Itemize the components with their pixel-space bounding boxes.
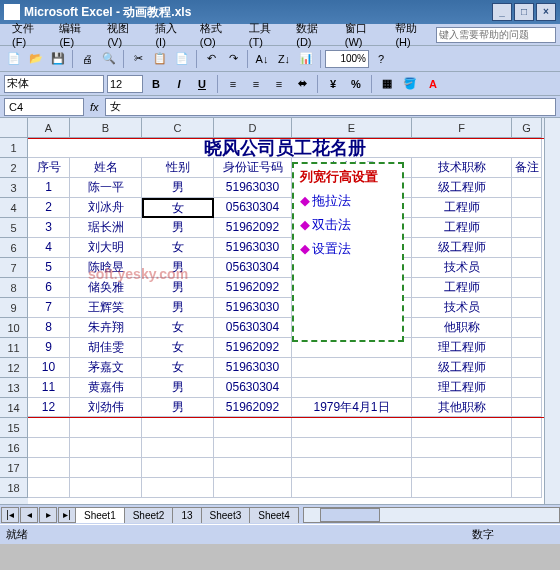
cell[interactable]: 技术员: [412, 258, 512, 278]
cell[interactable]: 05630304: [214, 258, 292, 278]
cell[interactable]: [512, 478, 542, 498]
cell[interactable]: [292, 438, 412, 458]
cell[interactable]: 他职称: [412, 318, 512, 338]
cell[interactable]: 王辉笑: [70, 298, 142, 318]
cell[interactable]: 姓名: [70, 158, 142, 178]
cell[interactable]: 5: [28, 258, 70, 278]
align-left-button[interactable]: ≡: [223, 75, 243, 93]
name-box[interactable]: C4: [4, 98, 84, 116]
percent-button[interactable]: %: [346, 75, 366, 93]
cell[interactable]: 女: [142, 198, 214, 218]
cell[interactable]: 2: [28, 198, 70, 218]
cell[interactable]: 1: [28, 178, 70, 198]
undo-button[interactable]: ↶: [201, 49, 221, 69]
close-button[interactable]: ×: [536, 3, 556, 21]
cut-button[interactable]: ✂: [128, 49, 148, 69]
cell[interactable]: 51963030: [214, 298, 292, 318]
row-header[interactable]: 10: [0, 318, 28, 338]
select-all-corner[interactable]: [0, 118, 28, 138]
cell[interactable]: 51963030: [214, 358, 292, 378]
row-header[interactable]: 1: [0, 138, 28, 158]
cell[interactable]: 琚长洲: [70, 218, 142, 238]
cell[interactable]: [512, 218, 542, 238]
help-search-input[interactable]: [436, 27, 556, 43]
cell[interactable]: 陈晗昱: [70, 258, 142, 278]
cell[interactable]: [292, 378, 412, 398]
cell[interactable]: 05630304: [214, 318, 292, 338]
cell[interactable]: [70, 438, 142, 458]
cell[interactable]: [412, 458, 512, 478]
cell[interactable]: 男: [142, 218, 214, 238]
borders-button[interactable]: ▦: [377, 75, 397, 93]
cell[interactable]: 男: [142, 278, 214, 298]
formula-input[interactable]: 女: [105, 98, 556, 116]
cell[interactable]: [142, 458, 214, 478]
save-button[interactable]: 💾: [48, 49, 68, 69]
align-center-button[interactable]: ≡: [246, 75, 266, 93]
cell[interactable]: [512, 258, 542, 278]
zoom-input[interactable]: [325, 50, 369, 68]
cell[interactable]: 备注: [512, 158, 542, 178]
cell[interactable]: 朱卉翔: [70, 318, 142, 338]
cell[interactable]: 性别: [142, 158, 214, 178]
cell[interactable]: [512, 358, 542, 378]
menu-edit[interactable]: 编辑(E): [51, 19, 99, 50]
cell[interactable]: 女: [142, 238, 214, 258]
sort-desc-button[interactable]: Z↓: [274, 49, 294, 69]
cell[interactable]: 05630304: [214, 378, 292, 398]
cell[interactable]: [512, 278, 542, 298]
cell[interactable]: 1979年4月1日: [292, 398, 412, 417]
cell[interactable]: 其他职称: [412, 398, 512, 417]
cell[interactable]: 男: [142, 398, 214, 417]
cell[interactable]: 刘劲伟: [70, 398, 142, 417]
new-button[interactable]: 📄: [4, 49, 24, 69]
cell[interactable]: [512, 398, 542, 417]
cell[interactable]: 级工程师: [412, 238, 512, 258]
redo-button[interactable]: ↷: [223, 49, 243, 69]
cell[interactable]: 51962092: [214, 278, 292, 298]
cell[interactable]: [512, 418, 542, 438]
cell[interactable]: [512, 458, 542, 478]
cell[interactable]: [292, 418, 412, 438]
cell[interactable]: 女: [142, 318, 214, 338]
fill-color-button[interactable]: 🪣: [400, 75, 420, 93]
cell[interactable]: [214, 418, 292, 438]
cell[interactable]: [412, 438, 512, 458]
cell[interactable]: [512, 238, 542, 258]
cell[interactable]: [512, 198, 542, 218]
cell[interactable]: [142, 478, 214, 498]
cell[interactable]: 技术员: [412, 298, 512, 318]
maximize-button[interactable]: □: [514, 3, 534, 21]
menu-insert[interactable]: 插入(I): [147, 19, 191, 50]
row-header[interactable]: 17: [0, 458, 28, 478]
cell[interactable]: [292, 478, 412, 498]
cell[interactable]: [512, 298, 542, 318]
sheet-tab[interactable]: 13: [172, 507, 201, 523]
sheet-tab[interactable]: Sheet2: [124, 507, 174, 523]
cell[interactable]: [28, 418, 70, 438]
sheet-nav-next[interactable]: ▸: [39, 507, 57, 523]
cell[interactable]: 男: [142, 298, 214, 318]
column-header[interactable]: F: [412, 118, 512, 138]
cell[interactable]: [28, 458, 70, 478]
font-size-select[interactable]: [107, 75, 143, 93]
merge-button[interactable]: ⬌: [292, 75, 312, 93]
cell[interactable]: 陈一平: [70, 178, 142, 198]
cell[interactable]: 12: [28, 398, 70, 417]
cell[interactable]: 储奂雅: [70, 278, 142, 298]
copy-button[interactable]: 📋: [150, 49, 170, 69]
sort-asc-button[interactable]: A↓: [252, 49, 272, 69]
cell[interactable]: 理工程师: [412, 338, 512, 358]
cell[interactable]: 工程师: [412, 198, 512, 218]
column-header[interactable]: A: [28, 118, 70, 138]
paste-button[interactable]: 📄: [172, 49, 192, 69]
row-header[interactable]: 13: [0, 378, 28, 398]
menu-window[interactable]: 窗口(W): [337, 19, 388, 50]
cell[interactable]: 51962092: [214, 398, 292, 417]
cell[interactable]: 3: [28, 218, 70, 238]
cell[interactable]: 男: [142, 178, 214, 198]
cell[interactable]: [512, 338, 542, 358]
cell[interactable]: 技术职称: [412, 158, 512, 178]
cell[interactable]: 序号: [28, 158, 70, 178]
menu-format[interactable]: 格式(O): [192, 19, 241, 50]
